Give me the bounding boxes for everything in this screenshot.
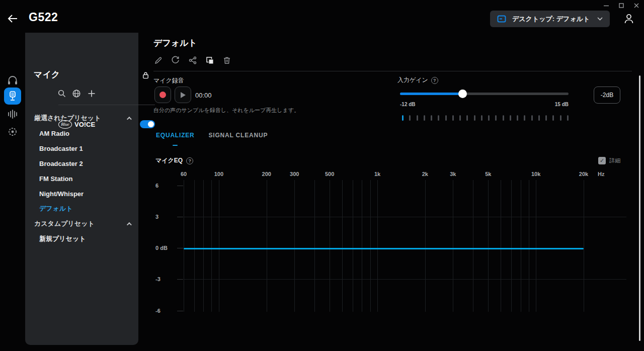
device-rail bbox=[0, 33, 25, 351]
meter-tick bbox=[567, 115, 569, 121]
rail-tab-lighting[interactable] bbox=[7, 126, 19, 136]
meter-tick bbox=[445, 115, 447, 121]
preset-sidebar: マイク Bl bbox=[25, 33, 138, 345]
chart-x-tick-label: 1k bbox=[374, 171, 380, 177]
profile-label: デスクトップ: デフォルト bbox=[512, 15, 597, 24]
record-button[interactable] bbox=[154, 86, 171, 103]
blue-voice-toggle[interactable] bbox=[140, 120, 155, 128]
slider-thumb[interactable] bbox=[458, 90, 467, 98]
preset-section-header[interactable]: カスタムプリセット bbox=[25, 216, 138, 231]
chart-x-tick-label: 500 bbox=[325, 171, 334, 177]
profile-selector[interactable]: デスクトップ: デフォルト bbox=[490, 11, 610, 27]
duplicate-preset-button[interactable] bbox=[205, 55, 214, 65]
preset-item[interactable]: Broadcaster 2 bbox=[25, 156, 138, 171]
account-button[interactable] bbox=[623, 13, 636, 26]
meter-tick bbox=[510, 115, 511, 121]
play-button[interactable] bbox=[175, 86, 191, 103]
chart-x-tick-label: 20k bbox=[579, 171, 588, 177]
meter-tick bbox=[524, 115, 525, 121]
reset-icon bbox=[171, 55, 180, 65]
meter-tick bbox=[495, 115, 497, 121]
rail-tab-equalizer[interactable] bbox=[7, 109, 19, 119]
meter-tick bbox=[402, 115, 404, 121]
preset-item[interactable]: Broadcaster 1 bbox=[25, 141, 138, 156]
chart-gridline-v bbox=[529, 180, 529, 312]
chart-gridline-v bbox=[314, 180, 315, 312]
chart-gridline-v bbox=[536, 180, 536, 312]
back-arrow-icon bbox=[6, 12, 19, 25]
advanced-toggle[interactable]: 詳細 bbox=[598, 157, 620, 164]
search-button[interactable] bbox=[57, 89, 67, 99]
page-title: G522 bbox=[29, 11, 58, 24]
preset-item[interactable]: AM Radio bbox=[25, 126, 138, 141]
chart-gridline-v bbox=[511, 180, 512, 312]
chart-x-tick-label: 5k bbox=[485, 171, 491, 177]
chart-gridline-v bbox=[342, 180, 343, 312]
maximize-button[interactable] bbox=[616, 1, 627, 10]
help-icon[interactable] bbox=[186, 157, 193, 164]
back-button[interactable] bbox=[6, 12, 19, 25]
chart-gridline-v bbox=[473, 180, 473, 312]
browse-presets-button[interactable] bbox=[72, 89, 82, 99]
meter-tick bbox=[503, 115, 504, 121]
chart-gridline-v bbox=[488, 180, 489, 312]
chart-x-tick-label: 60 bbox=[181, 171, 187, 177]
preset-item[interactable]: Night/Whisper bbox=[25, 186, 138, 201]
chart-y-tick-label: 0 dB bbox=[155, 245, 168, 251]
meter-tick bbox=[417, 115, 418, 121]
slider-fill bbox=[400, 93, 462, 95]
gain-value-button[interactable]: -2dB bbox=[594, 86, 620, 104]
eq-chart[interactable]: 601002003005001k2k3k5k10k20kHz630 dB-3-6 bbox=[153, 168, 634, 319]
close-button[interactable] bbox=[631, 1, 642, 10]
advanced-checkbox[interactable] bbox=[598, 157, 606, 164]
share-preset-button[interactable] bbox=[188, 55, 197, 65]
meter-tick bbox=[481, 115, 482, 121]
preset-section-label: 厳選されたプリセット bbox=[34, 114, 127, 123]
meter-tick bbox=[531, 115, 533, 121]
preset-section-header[interactable]: 厳選されたプリセット bbox=[25, 111, 138, 126]
edit-preset-button[interactable] bbox=[153, 55, 163, 65]
toolbar-divider bbox=[153, 71, 632, 71]
chart-y-tick-label: 6 bbox=[155, 183, 158, 189]
input-gain-label: 入力ゲイン bbox=[397, 76, 428, 84]
sidebar-divider bbox=[58, 105, 155, 105]
add-preset-button[interactable] bbox=[87, 89, 97, 99]
scrollbar[interactable] bbox=[639, 75, 640, 341]
meter-tick bbox=[409, 115, 411, 121]
desktop-profile-icon bbox=[497, 15, 506, 23]
chart-gridline-v bbox=[453, 180, 453, 312]
meter-tick bbox=[438, 115, 439, 121]
recording-time: 00:00 bbox=[195, 92, 212, 99]
preset-item[interactable]: FM Station bbox=[25, 171, 138, 186]
pencil-icon bbox=[154, 56, 163, 65]
preset-section-label: カスタムプリセット bbox=[34, 219, 127, 228]
preset-item[interactable]: デフォルト bbox=[25, 201, 138, 216]
chart-x-tick-label: 10k bbox=[531, 171, 540, 177]
eq-curve-line[interactable] bbox=[184, 248, 584, 249]
meter-tick bbox=[538, 115, 540, 121]
meter-tick bbox=[560, 115, 561, 121]
ghub-window: G522 デスクトップ: デフォルト bbox=[0, 0, 644, 351]
chart-gridline-v bbox=[211, 180, 212, 312]
input-gain-header: 入力ゲイン bbox=[397, 76, 438, 84]
minimize-button[interactable] bbox=[601, 1, 612, 10]
meter-tick bbox=[488, 115, 490, 121]
rail-tab-microphone[interactable] bbox=[4, 87, 21, 105]
play-icon bbox=[180, 92, 186, 99]
delete-preset-button[interactable] bbox=[222, 55, 231, 65]
lock-button[interactable] bbox=[141, 71, 150, 79]
rail-tab-headset[interactable] bbox=[7, 75, 19, 85]
tab-signal-cleanup[interactable]: SIGNAL CLEANUP bbox=[209, 132, 268, 146]
mic-eq-label: マイクEQ bbox=[155, 156, 183, 165]
reset-preset-button[interactable] bbox=[171, 55, 180, 65]
sidebar-title: マイク bbox=[34, 69, 60, 80]
search-icon bbox=[57, 89, 66, 98]
chart-y-tick-label: 3 bbox=[155, 214, 158, 220]
input-gain-slider[interactable] bbox=[400, 93, 569, 95]
chart-y-tick-label: -3 bbox=[155, 276, 160, 282]
plus-icon bbox=[87, 89, 96, 98]
preset-item[interactable]: 新規プリセット bbox=[25, 231, 138, 246]
tab-equalizer[interactable]: EQUALIZER bbox=[156, 132, 195, 146]
chart-gridline-v bbox=[501, 180, 501, 312]
help-icon[interactable] bbox=[431, 77, 438, 84]
